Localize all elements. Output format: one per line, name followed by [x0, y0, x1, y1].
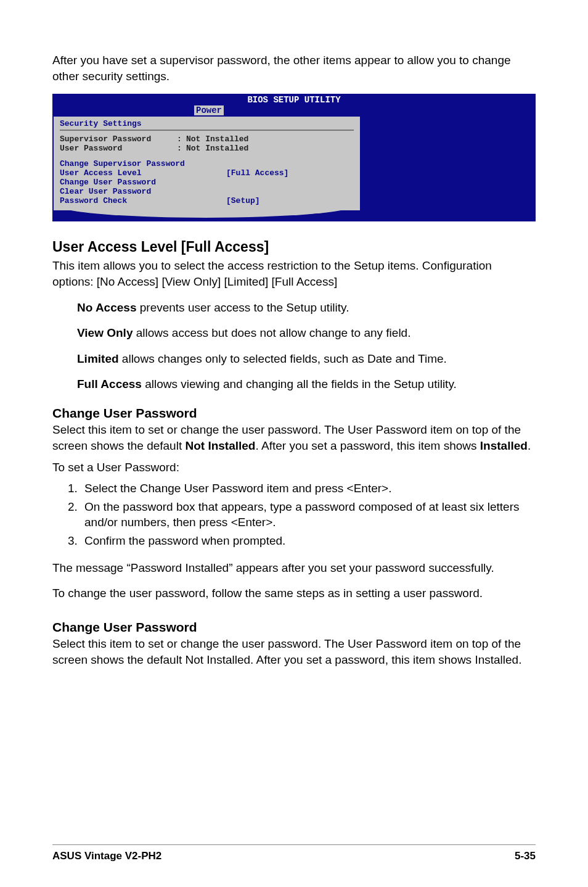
- ual-full-access: Full Access allows viewing and changing …: [77, 376, 536, 392]
- steps-list: Select the Change User Password item and…: [52, 481, 536, 551]
- bios-screenshot: BIOS SETUP UTILITY Power Security Settin…: [52, 94, 536, 221]
- bios-active-tab: Power: [194, 105, 224, 115]
- ual-no-access: No Access prevents user access to the Se…: [77, 300, 536, 316]
- ual-limited: Limited allows changes only to selected …: [77, 351, 536, 367]
- step-item: On the password box that appears, type a…: [81, 499, 536, 530]
- footer-right: 5-35: [515, 850, 536, 862]
- ual-view-only: View Only allows access but does not all…: [77, 325, 536, 341]
- bios-option-row: User Access Level [Full Access]: [60, 168, 354, 178]
- cup1-para3: The message “Password Installed” appears…: [52, 560, 536, 576]
- bios-tab-row: Power: [52, 105, 536, 117]
- bios-option-row: Change User Password: [60, 178, 354, 187]
- bios-status-row: Supervisor Password : Not Installed: [60, 134, 354, 144]
- footer-left: ASUS Vintage V2-PH2: [52, 850, 161, 862]
- cup1-para4: To change the user password, follow the …: [52, 585, 536, 601]
- bios-left-panel: Security Settings Supervisor Password : …: [54, 117, 361, 210]
- heading-change-user-password-2: Change User Password: [52, 620, 536, 635]
- bios-divider: [60, 130, 354, 131]
- heading-change-user-password-1: Change User Password: [52, 406, 536, 421]
- intro-text: After you have set a supervisor password…: [52, 52, 536, 84]
- bios-right-panel: [361, 117, 534, 210]
- bios-fade-bottom: [52, 210, 536, 221]
- bios-status-row: User Password : Not Installed: [60, 144, 354, 153]
- step-item: Select the Change User Password item and…: [81, 481, 536, 497]
- bios-option-row: Password Check [Setup]: [60, 196, 354, 205]
- bios-title: BIOS SETUP UTILITY: [52, 94, 536, 105]
- step-item: Confirm the password when prompted.: [81, 533, 536, 549]
- bios-option-row: Change Supervisor Password: [60, 159, 354, 168]
- bios-option-row: Clear User Password: [60, 187, 354, 196]
- heading-user-access-level: User Access Level [Full Access]: [52, 239, 536, 255]
- cup1-para1: Select this item to set or change the us…: [52, 422, 536, 453]
- bios-section-title: Security Settings: [60, 119, 354, 128]
- cup1-para2: To set a User Password:: [52, 460, 536, 476]
- ual-description: This item allows you to select the acces…: [52, 258, 536, 289]
- cup2-para1: Select this item to set or change the us…: [52, 636, 536, 667]
- page-footer: ASUS Vintage V2-PH2 5-35: [52, 844, 536, 862]
